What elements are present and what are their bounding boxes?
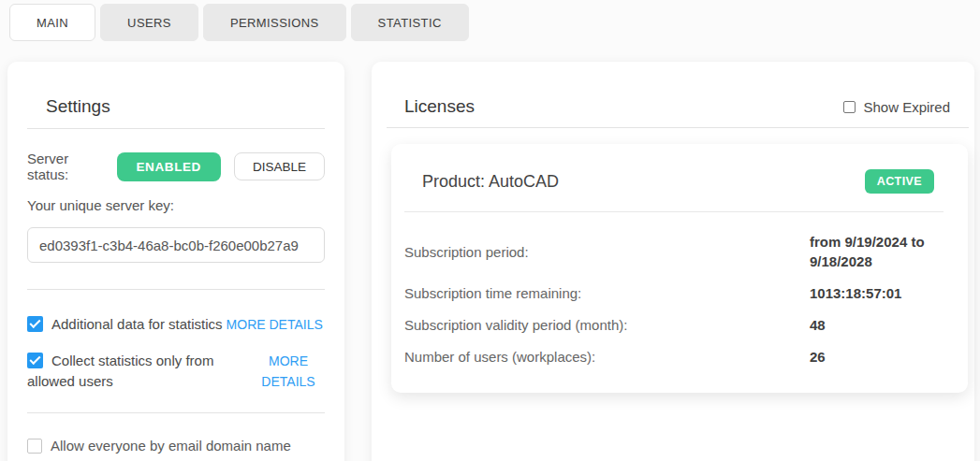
settings-title: Settings xyxy=(46,96,325,117)
divider xyxy=(387,127,969,128)
product-title: Product: AutoCAD xyxy=(422,172,559,192)
collect-statistics-checkbox[interactable] xyxy=(27,353,43,368)
tab-statistic[interactable]: STATISTIC xyxy=(351,4,469,41)
server-status-label: Server status: xyxy=(27,151,104,182)
show-expired-checkbox[interactable] xyxy=(843,101,856,113)
allow-domain-checkbox-row: Allow everyone by email domain name xyxy=(27,436,325,456)
number-of-users-row: Number of users (workplaces): 26 xyxy=(404,347,955,367)
license-card-header: Product: AutoCAD ACTIVE xyxy=(391,144,968,194)
additional-data-label: Additional data for statistics xyxy=(51,316,223,332)
divider xyxy=(27,289,325,290)
divider xyxy=(27,412,325,413)
collect-statistics-label: Collect statistics only from allowed use… xyxy=(27,353,213,389)
row-label: Number of users (workplaces): xyxy=(404,349,810,365)
validity-period-row: Subscription validity period (month): 48 xyxy=(404,315,955,335)
show-expired-label: Show Expired xyxy=(863,99,950,115)
row-value: 1013:18:57:01 xyxy=(810,283,955,303)
row-label: Subscription time remaining: xyxy=(404,285,810,301)
tab-permissions[interactable]: PERMISSIONS xyxy=(203,4,346,41)
row-value: 48 xyxy=(810,315,955,335)
licenses-title: Licenses xyxy=(404,96,475,117)
row-label: Subscription validity period (month): xyxy=(404,317,810,333)
allow-domain-checkbox[interactable] xyxy=(27,439,42,454)
divider xyxy=(27,128,325,129)
enabled-button[interactable]: ENABLED xyxy=(117,152,221,181)
additional-data-checkbox[interactable] xyxy=(27,316,43,332)
allow-domain-label: Allow everyone by email domain name xyxy=(51,438,291,454)
main-content: Settings Server status: ENABLED DISABLE … xyxy=(0,41,980,461)
row-value: from 9/19/2024 to 9/18/2028 xyxy=(810,232,955,271)
disable-button[interactable]: DISABLE xyxy=(234,152,325,180)
server-key-label: Your unique server key: xyxy=(27,197,325,213)
more-details-link[interactable]: MORE DETAILS xyxy=(252,351,325,392)
license-details: Subscription period: from 9/19/2024 to 9… xyxy=(391,212,968,393)
page: MAIN USERS PERMISSIONS STATISTIC Setting… xyxy=(0,0,980,461)
row-label: Subscription period: xyxy=(404,244,810,260)
license-card: Product: AutoCAD ACTIVE Subscription per… xyxy=(391,144,968,393)
time-remaining-row: Subscription time remaining: 1013:18:57:… xyxy=(404,283,955,303)
statistics-checkbox-row: Additional data for statisticsMORE DETAI… xyxy=(27,314,325,335)
tab-main[interactable]: MAIN xyxy=(9,4,95,41)
row-value: 26 xyxy=(810,347,955,367)
server-status-row: Server status: ENABLED DISABLE xyxy=(27,151,325,182)
server-key-input[interactable] xyxy=(27,227,325,263)
collect-statistics-checkbox-row: Collect statistics only from allowed use… xyxy=(27,351,325,392)
more-details-link[interactable]: MORE DETAILS xyxy=(227,317,323,332)
licenses-header: Licenses Show Expired xyxy=(404,96,950,117)
show-expired-toggle[interactable]: Show Expired xyxy=(843,99,950,115)
tab-users[interactable]: USERS xyxy=(100,4,198,41)
collect-statistics-text: Collect statistics only from allowed use… xyxy=(27,351,252,392)
tab-bar: MAIN USERS PERMISSIONS STATISTIC xyxy=(0,0,980,41)
status-badge: ACTIVE xyxy=(865,169,934,194)
subscription-period-row: Subscription period: from 9/19/2024 to 9… xyxy=(404,232,955,271)
licenses-panel: Licenses Show Expired Product: AutoCAD A… xyxy=(372,62,974,461)
settings-panel: Settings Server status: ENABLED DISABLE … xyxy=(7,62,344,461)
